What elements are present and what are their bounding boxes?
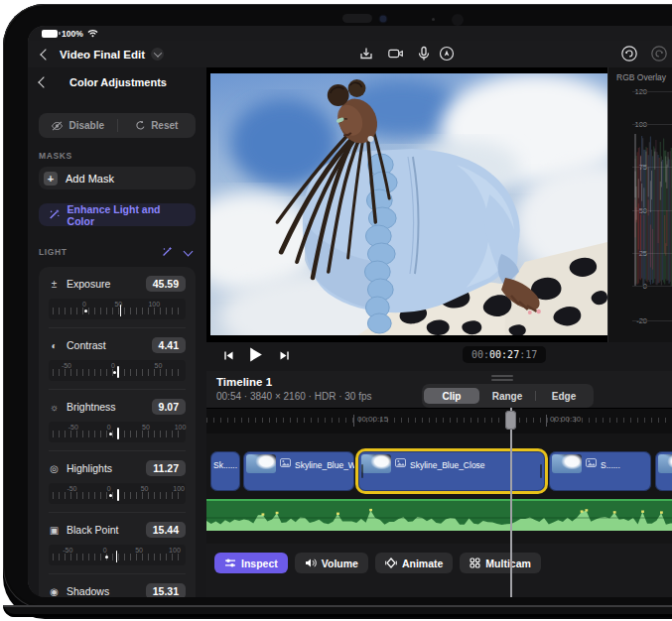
tick-label: 100 <box>175 424 187 431</box>
video-viewer[interactable] <box>206 67 607 342</box>
reset-icon <box>135 120 146 131</box>
clip-thumbnail <box>246 454 276 473</box>
inspect-button[interactable]: Inspect <box>214 553 288 573</box>
audio-track[interactable] <box>206 499 672 531</box>
reset-button[interactable]: Reset <box>118 120 197 131</box>
slider-brightness[interactable]: ☼ Brightness 9.07 -50050100 <box>49 390 186 451</box>
multicam-grid-icon <box>470 558 480 568</box>
slider-ruler[interactable]: -50050100 <box>49 422 186 442</box>
skip-forward-button[interactable] <box>278 348 291 366</box>
timeline-meta: 00:54 · 3840 × 2160 · HDR · 30 fps <box>216 391 371 402</box>
clip-sk-[interactable]: Sk...... <box>210 451 240 491</box>
slider-thumb[interactable] <box>117 366 119 378</box>
clip-partial[interactable] <box>655 451 672 491</box>
slider-ruler[interactable]: -50050100 <box>49 483 186 504</box>
collapse-section-icon[interactable] <box>184 246 194 256</box>
contrast-icon: ◐ <box>49 340 60 351</box>
photo-icon <box>586 458 597 467</box>
trim-handle-right[interactable] <box>540 464 542 478</box>
import-button[interactable] <box>357 45 375 62</box>
light-heading: LIGHT <box>39 247 161 257</box>
auto-enhance-icon[interactable] <box>161 246 173 258</box>
sensor-dot <box>432 18 435 21</box>
tick-label: 100 <box>148 301 160 308</box>
mode-range[interactable]: Range <box>479 388 535 404</box>
slider-ruler[interactable]: -50050100 <box>49 545 186 565</box>
mode-clip[interactable]: Clip <box>424 388 479 404</box>
origin-dot <box>84 310 87 312</box>
add-mask-button[interactable]: + Add Mask <box>39 167 196 189</box>
photo-icon <box>280 458 291 467</box>
slider-black-point[interactable]: ▣ Black Point 15.44 -50050100 <box>49 513 186 574</box>
plus-icon: + <box>44 172 58 186</box>
tick-label: 0 <box>107 485 111 492</box>
slider-shadows[interactable]: ◉ Shadows 15.31 -50050100 <box>49 574 186 597</box>
slider-ruler[interactable]: 050100 <box>49 299 186 319</box>
disable-label: Disable <box>68 120 104 131</box>
slider-thumb[interactable] <box>117 428 119 439</box>
microphone-button[interactable] <box>415 45 433 62</box>
origin-dot <box>113 371 116 374</box>
multicam-button[interactable]: Multicam <box>460 553 541 573</box>
slider-value[interactable]: 45.59 <box>146 276 186 292</box>
tick-label: -50 <box>67 485 76 492</box>
clip-skyline-blue-close[interactable]: Skyline_Blue_Close <box>358 451 545 491</box>
tool-label: Animate <box>402 558 443 569</box>
slider-value[interactable]: 15.44 <box>146 522 186 538</box>
project-dropdown-button[interactable] <box>151 48 164 61</box>
slider-value[interactable]: 15.31 <box>146 583 186 597</box>
slider-highlights[interactable]: ◎ Highlights 11.27 -50050100 <box>49 451 186 513</box>
tick-label: 100 <box>173 485 185 492</box>
front-camera-pill <box>342 14 372 23</box>
tick-label: 0 <box>82 301 86 308</box>
play-button[interactable] <box>247 346 264 367</box>
tick-label: 50 <box>114 301 122 308</box>
tick-label: 0 <box>111 362 115 369</box>
clip-skyline-blue-wide[interactable]: Skyline_Blue_Wide <box>243 451 354 491</box>
timeline-ruler[interactable]: 00:00:1500:00:30 <box>206 408 672 435</box>
slider-ruler[interactable]: -50050 <box>49 360 186 381</box>
slider-label: Black Point <box>67 524 139 536</box>
slider-contrast[interactable]: ◐ Contrast 4.41 -50050 <box>49 328 186 390</box>
redo-button[interactable] <box>650 45 668 62</box>
undo-button[interactable] <box>620 45 638 62</box>
slider-value[interactable]: 11.27 <box>146 460 186 476</box>
enhance-button[interactable]: Enhance Light and Color <box>39 203 196 226</box>
slider-label: Highlights <box>67 462 139 474</box>
eye-slash-icon <box>51 121 64 131</box>
ruler-ticks <box>206 418 672 423</box>
trim-handle-left[interactable] <box>361 464 363 478</box>
slider-value[interactable]: 4.41 <box>152 337 186 353</box>
clip-s-[interactable]: S...... <box>549 451 651 491</box>
animate-button[interactable]: Animate <box>375 553 453 573</box>
tick-label: -50 <box>62 362 71 369</box>
back-icon[interactable] <box>40 49 51 60</box>
project-title[interactable]: Video Final Edit <box>60 49 145 61</box>
origin-dot <box>109 433 112 435</box>
color-adjustments-panel: Color Adjustments Disable <box>28 67 206 597</box>
clip-label: S...... <box>601 460 620 470</box>
brightness-icon: ☼ <box>49 402 60 413</box>
slider-thumb[interactable] <box>116 551 118 562</box>
tool-label: Inspect <box>241 558 278 569</box>
status-bar: 100% <box>28 26 672 41</box>
playhead-handle[interactable] <box>505 411 516 430</box>
record-video-button[interactable] <box>387 45 405 62</box>
playhead[interactable] <box>510 408 512 597</box>
slider-label: Exposure <box>67 278 139 290</box>
slider-value[interactable]: 9.07 <box>152 399 186 415</box>
skip-back-button[interactable] <box>222 348 235 366</box>
clip-label: Sk...... <box>213 460 237 470</box>
shadows-icon: ◉ <box>49 586 60 597</box>
pencil-tools-button[interactable] <box>438 45 456 62</box>
volume-button[interactable]: Volume <box>295 553 368 573</box>
tick-label: -50 <box>63 547 72 554</box>
disable-button[interactable]: Disable <box>39 120 117 131</box>
panel-grab-handle[interactable] <box>491 375 513 377</box>
wifi-icon <box>87 29 98 38</box>
slider-thumb[interactable] <box>117 489 119 501</box>
clip-label: Skyline_Blue_Close <box>410 460 485 470</box>
mode-edge[interactable]: Edge <box>536 388 592 404</box>
slider-exposure[interactable]: ± Exposure 45.59 050100 <box>49 267 186 328</box>
tick-label: 0 <box>103 547 107 554</box>
